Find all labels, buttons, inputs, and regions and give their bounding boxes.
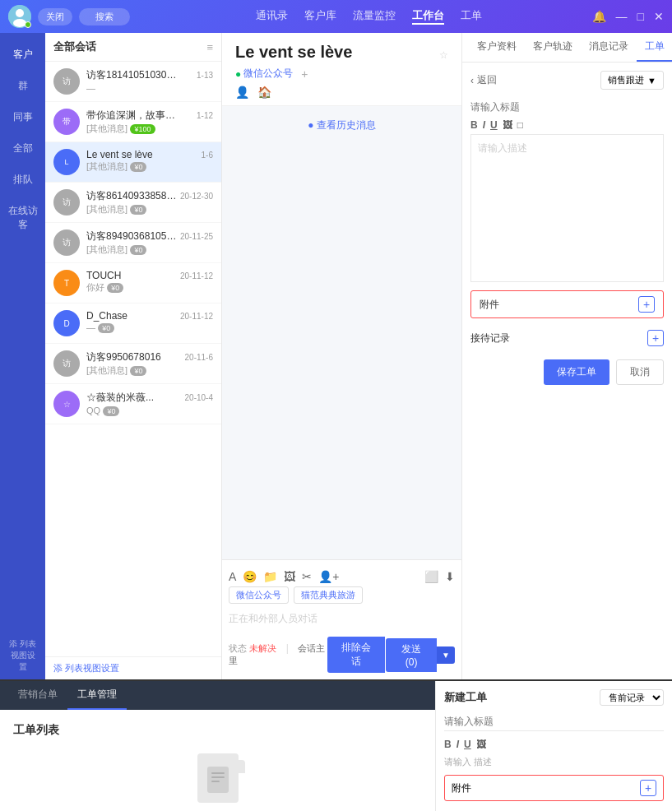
conv-msg-3: [其他消息] bbox=[86, 204, 127, 214]
ticket-description-editor[interactable]: 请输入描述 bbox=[470, 134, 664, 282]
conv-item-2[interactable]: L Le vent se lève 1-6 [其他消息] ¥0 bbox=[45, 142, 221, 183]
add-tab-button[interactable]: + bbox=[301, 67, 308, 81]
chat-tab-wechat[interactable]: ● 微信公众号 bbox=[235, 67, 293, 81]
conv-item-0[interactable]: 访 访客181410510302078 1-13 — bbox=[45, 62, 221, 102]
link-btn[interactable]: □ bbox=[517, 119, 523, 131]
new-ticket-title: 新建工单 bbox=[444, 690, 487, 705]
add-transfer-button[interactable]: + bbox=[647, 330, 664, 346]
conv-badge-3: ¥0 bbox=[130, 205, 146, 215]
conv-name-4: 访客894903681059... bbox=[86, 229, 177, 243]
conv-avatar-0: 访 bbox=[53, 68, 80, 95]
font-icon[interactable]: A bbox=[229, 570, 236, 583]
ticket-image-btn[interactable]: 🖼 bbox=[476, 739, 486, 750]
conv-item-5[interactable]: T TOUCH 20-11-12 你好 ¥0 bbox=[45, 263, 221, 304]
status-dropdown[interactable]: 销售跟进 ▼ bbox=[600, 71, 664, 90]
tab-customer-track[interactable]: 客户轨迹 bbox=[525, 33, 581, 62]
ticket-title-input[interactable] bbox=[470, 98, 664, 116]
tab-tickets[interactable]: 工单 bbox=[637, 33, 672, 62]
transfer-label: 接待记录 bbox=[470, 331, 510, 345]
tab-message-log[interactable]: 消息记录 bbox=[581, 33, 637, 62]
nav-workbench[interactable]: 工作台 bbox=[412, 8, 444, 25]
ticket-editor-toolbar: B I U 🖼 bbox=[444, 736, 664, 753]
conv-name-row-2: Le vent se lève 1-6 bbox=[86, 149, 213, 160]
user-add-icon[interactable]: 👤+ bbox=[318, 570, 339, 583]
sidebar-item-all[interactable]: 全部 bbox=[0, 135, 45, 162]
ticket-underline-btn[interactable]: U bbox=[464, 739, 471, 750]
close-window-icon[interactable]: ✕ bbox=[654, 10, 664, 23]
bottom-tabs: 营销台单 工单管理 bbox=[0, 681, 435, 710]
chat-input-hint[interactable]: 正在和外部人员对话 bbox=[229, 609, 455, 633]
sidebar-item-customers[interactable]: 客户 bbox=[0, 41, 45, 68]
folder-icon[interactable]: 📁 bbox=[263, 570, 277, 583]
conv-list-footer[interactable]: 添 列表视图设置 bbox=[45, 656, 221, 679]
star-icon[interactable]: ☆ bbox=[439, 49, 448, 61]
conv-item-4[interactable]: 访 访客894903681059... 20-11-25 [其他消息] ¥0 bbox=[45, 223, 221, 263]
send-dropdown-button[interactable]: ▼ bbox=[437, 646, 455, 664]
ticket-bold-btn[interactable]: B bbox=[444, 739, 452, 750]
save-ticket-button[interactable]: 保存工单 bbox=[544, 359, 609, 385]
emoji-icon[interactable]: 😊 bbox=[243, 570, 257, 583]
maximize-icon[interactable]: □ bbox=[637, 10, 644, 23]
nav-contacts[interactable]: 通讯录 bbox=[256, 8, 288, 25]
nav-right-actions: 🔔 — □ ✕ bbox=[592, 10, 664, 23]
search-nav-button[interactable]: 搜索 bbox=[79, 8, 130, 25]
conv-item-7[interactable]: 访 访客9950678016 20-11-6 [其他消息] ¥0 bbox=[45, 344, 221, 384]
minimize-icon[interactable]: — bbox=[616, 10, 628, 23]
nav-monitor[interactable]: 流量监控 bbox=[353, 8, 396, 25]
nav-tickets[interactable]: 工单 bbox=[461, 8, 482, 25]
sidebar-item-queue[interactable]: 排队 bbox=[0, 166, 45, 193]
conv-item-8[interactable]: ☆ ☆薇装的米薇... 20-10-4 QQ ¥0 bbox=[45, 384, 221, 424]
conv-time-8: 20-10-4 bbox=[185, 393, 213, 402]
bell-icon[interactable]: 🔔 bbox=[592, 10, 606, 23]
ticket-description-hint[interactable]: 请输入 描述 bbox=[444, 756, 664, 768]
tag-tourism[interactable]: 猫范典典旅游 bbox=[294, 586, 363, 604]
bottom-tab-marketing[interactable]: 营销台单 bbox=[8, 681, 67, 710]
image-icon[interactable]: 🖼 bbox=[284, 570, 295, 583]
user-action-icon[interactable]: 👤 bbox=[235, 86, 249, 99]
cancel-button[interactable]: 取消 bbox=[616, 359, 664, 385]
sidebar-item-groups[interactable]: 群 bbox=[0, 72, 45, 100]
home-action-icon[interactable]: 🏠 bbox=[257, 86, 271, 99]
ticket-italic-btn[interactable]: I bbox=[456, 739, 459, 750]
chat-input-area: A 😊 📁 🖼 ✂ 👤+ ⬜ ⬇ 微信公众号 猫范典典旅游 正在和外部人员对话 … bbox=[222, 559, 461, 679]
send-button[interactable]: 发送(0) bbox=[386, 638, 437, 672]
chat-area: Le vent se lève ☆ ● 微信公众号 + 👤 🏠 ● 查看历史消息… bbox=[222, 33, 462, 679]
scissors-icon[interactable]: ✂ bbox=[302, 570, 312, 583]
conv-info-6: D_Chase 20-11-12 — ¥0 bbox=[86, 310, 213, 333]
svg-rect-3 bbox=[207, 767, 229, 793]
new-ticket-title-input[interactable] bbox=[444, 712, 664, 731]
sidebar-item-colleagues[interactable]: 同事 bbox=[0, 104, 45, 131]
close-sessions-button[interactable]: 关闭 bbox=[38, 8, 72, 25]
conv-time-4: 20-11-25 bbox=[180, 232, 213, 241]
back-link[interactable]: ‹ 返回 bbox=[470, 73, 497, 87]
filter-icon[interactable]: ≡ bbox=[206, 41, 213, 53]
nav-customers[interactable]: 客户库 bbox=[304, 8, 336, 25]
status-label: 状态 bbox=[229, 643, 247, 653]
image-btn[interactable]: 🖼 bbox=[503, 119, 512, 131]
conv-item-6[interactable]: D D_Chase 20-11-12 — ¥0 bbox=[45, 304, 221, 344]
add-ticket-attachment-button[interactable]: + bbox=[640, 780, 656, 796]
ticket-type-dropdown[interactable]: 售前记录 bbox=[600, 689, 664, 706]
conv-msg-row-4: [其他消息] ¥0 bbox=[86, 243, 213, 256]
sidebar-item-visitors[interactable]: 在线访客 bbox=[0, 197, 45, 239]
underline-btn[interactable]: U bbox=[490, 119, 498, 131]
sidebar-view-settings[interactable]: 添 列表视图设置 bbox=[0, 632, 45, 679]
editor-toolbar: B I U 🖼 □ bbox=[470, 116, 664, 134]
conv-info-7: 访客9950678016 20-11-6 [其他消息] ¥0 bbox=[86, 350, 213, 377]
expand-icon[interactable]: ⬜ bbox=[424, 570, 438, 583]
conv-item-1[interactable]: 带 带你追深渊，故事你旧 1-12 [其他消息] ¥100 bbox=[45, 102, 221, 142]
queue-button[interactable]: 排除会话 bbox=[327, 637, 385, 673]
conv-msg-row-3: [其他消息] ¥0 bbox=[86, 203, 213, 215]
conv-item-3[interactable]: 访 访客861409338584... 20-12-30 [其他消息] ¥0 bbox=[45, 183, 221, 223]
tag-wechat-public[interactable]: 微信公众号 bbox=[229, 586, 289, 604]
back-chevron-icon: ‹ bbox=[470, 75, 474, 86]
collapse-icon[interactable]: ⬇ bbox=[445, 570, 455, 583]
chat-history-link[interactable]: ● 查看历史消息 bbox=[222, 106, 461, 145]
add-attachment-button[interactable]: + bbox=[638, 296, 655, 313]
attachment-label: 附件 bbox=[480, 298, 499, 312]
tab-customer-info[interactable]: 客户资料 bbox=[469, 33, 525, 62]
italic-btn[interactable]: I bbox=[483, 119, 485, 131]
bold-btn[interactable]: B bbox=[470, 119, 478, 131]
conv-msg-5: 你好 bbox=[86, 282, 104, 292]
bottom-tab-tickets[interactable]: 工单管理 bbox=[67, 681, 127, 710]
